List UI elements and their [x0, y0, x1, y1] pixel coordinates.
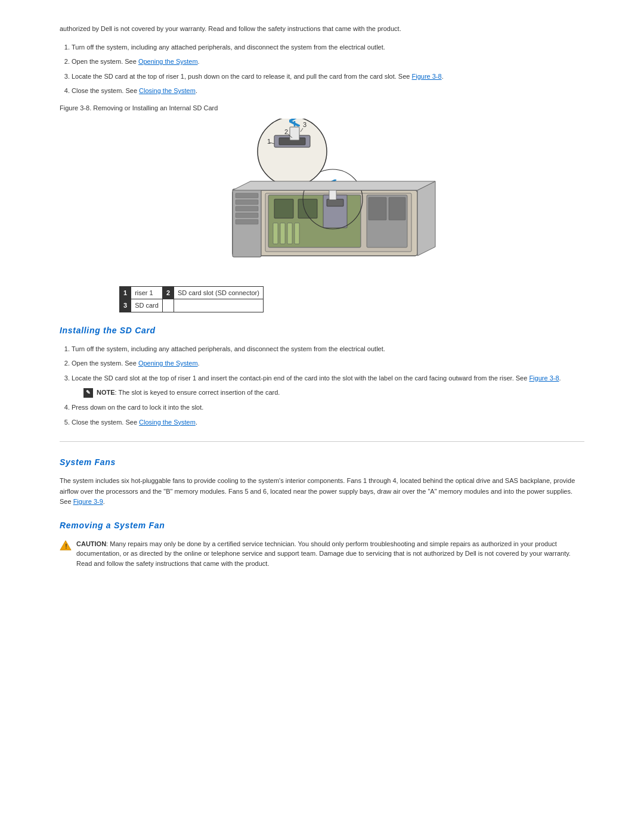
- legend-row-2: 3 SD card: [120, 299, 264, 312]
- svg-rect-12: [280, 223, 285, 244]
- caution-text: CAUTION: Many repairs may only be done b…: [76, 539, 584, 569]
- caution-triangle-icon: !: [60, 540, 72, 552]
- svg-rect-17: [389, 197, 405, 220]
- opening-system-link-1[interactable]: Opening the System: [138, 58, 198, 65]
- closing-system-link-1[interactable]: Closing the System: [139, 87, 196, 94]
- system-fans-heading: System Fans: [60, 456, 584, 469]
- svg-rect-27: [290, 127, 299, 140]
- system-fans-intro: The system includes six hot-pluggable fa…: [60, 476, 584, 507]
- installing-step-1: Turn off the system, including any attac…: [72, 344, 584, 354]
- figure-container: 1 2 3: [60, 119, 584, 277]
- legend-label-1: riser 1: [131, 286, 163, 299]
- removing-step-2: Open the system. See Opening the System.: [72, 57, 584, 67]
- note-box: ✎ NOTE: The slot is keyed to ensure corr…: [83, 388, 584, 398]
- caution-box: ! CAUTION: Many repairs may only be done…: [60, 539, 584, 569]
- svg-text:1: 1: [267, 138, 271, 145]
- installing-steps-list: Turn off the system, including any attac…: [72, 344, 584, 428]
- svg-rect-19: [327, 199, 343, 206]
- svg-text:3: 3: [303, 121, 306, 128]
- legend-num-3: 3: [120, 299, 131, 312]
- svg-rect-6: [236, 219, 258, 224]
- figure-svg: 1 2 3: [197, 119, 447, 274]
- svg-rect-11: [273, 223, 278, 244]
- svg-text:!: !: [65, 543, 67, 550]
- svg-rect-5: [236, 213, 258, 218]
- removing-step-1: Turn off the system, including any attac…: [72, 42, 584, 52]
- svg-marker-36: [233, 181, 435, 190]
- removing-steps-list: Turn off the system, including any attac…: [72, 42, 584, 96]
- svg-rect-16: [369, 197, 386, 220]
- svg-rect-14: [295, 223, 299, 244]
- svg-rect-9: [274, 199, 293, 218]
- page-content: authorized by Dell is not covered by you…: [60, 24, 584, 568]
- opening-system-link-2[interactable]: Opening the System: [138, 360, 198, 367]
- installing-heading: Installing the SD Card: [60, 324, 584, 337]
- figure-caption: Figure 3-8. Removing or Installing an In…: [60, 103, 584, 113]
- note-text: NOTE: The slot is keyed to ensure correc…: [97, 388, 280, 398]
- legend-label-3: SD card: [131, 299, 163, 312]
- installing-step-3: Locate the SD card slot at the top of ri…: [72, 373, 584, 398]
- legend-num-2: 2: [162, 286, 174, 299]
- svg-marker-35: [417, 181, 435, 256]
- section-divider: [60, 441, 584, 442]
- legend-table: 1 riser 1 2 SD card slot (SD connector) …: [119, 286, 264, 312]
- intro-paragraph: authorized by Dell is not covered by you…: [60, 24, 584, 34]
- note-icon: ✎: [83, 388, 93, 398]
- removing-step-4: Close the system. See Closing the System…: [72, 86, 584, 96]
- svg-rect-3: [236, 200, 258, 205]
- removing-step-3: Locate the SD card at the top of riser 1…: [72, 72, 584, 82]
- figure39-link[interactable]: Figure 3-9: [73, 498, 103, 505]
- svg-rect-2: [236, 193, 258, 198]
- figure38-link-1[interactable]: Figure 3-8: [412, 73, 442, 80]
- svg-text:2: 2: [284, 128, 288, 135]
- removing-fan-heading: Removing a System Fan: [60, 519, 584, 532]
- installing-step-2: Open the system. See Opening the System.: [72, 358, 584, 368]
- installing-step-5: Close the system. See Closing the System…: [72, 417, 584, 428]
- svg-rect-4: [236, 206, 258, 211]
- installing-step-4: Press down on the card to lock it into t…: [72, 402, 584, 413]
- closing-system-link-2[interactable]: Closing the System: [139, 419, 196, 426]
- figure38-link-2[interactable]: Figure 3-8: [529, 374, 559, 382]
- svg-rect-20: [329, 189, 336, 200]
- svg-rect-13: [287, 223, 292, 244]
- figure-image: 1 2 3: [197, 119, 447, 274]
- legend-row-1: 1 riser 1 2 SD card slot (SD connector): [120, 286, 264, 299]
- legend-num-1: 1: [120, 286, 131, 299]
- legend-label-2: SD card slot (SD connector): [174, 286, 264, 299]
